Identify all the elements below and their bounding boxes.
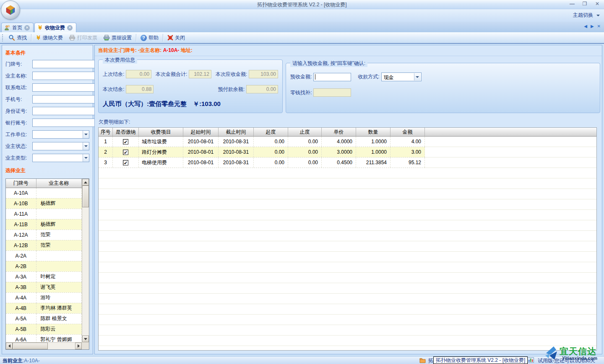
print-invoice-button[interactable]: 打印发票 — [66, 33, 100, 43]
start-date-cell: 2010-08-01 — [183, 147, 219, 157]
filter-input[interactable] — [32, 95, 101, 103]
status-owner-label: 当前业主 — [3, 358, 23, 364]
arrears-row[interactable]: 3 ✔ 电梯使用费 2010-08-01 2010-08-31 0.00 0.0… — [99, 157, 425, 168]
scroll-up-icon[interactable] — [82, 179, 89, 186]
owner-name-cell — [36, 209, 82, 219]
arrears-row[interactable]: 1 ✔ 城市垃圾费 2010-08-01 2010-08-31 0.00 0.0… — [99, 137, 425, 147]
col-paid[interactable]: 是否缴纳 — [113, 128, 139, 136]
person-icon — [4, 25, 10, 31]
paid-cell: ✔ — [113, 147, 139, 157]
tab-list-close-icon[interactable]: ✕ — [597, 24, 601, 28]
col-price[interactable]: 单价 — [322, 128, 356, 136]
owner-row[interactable]: A-5A 陈群 植景文 — [6, 313, 82, 324]
filter-input[interactable] — [32, 60, 101, 68]
col-seq[interactable]: 序号 — [99, 128, 113, 136]
menu-item[interactable] — [83, 14, 95, 17]
owner-row[interactable]: A-10B 杨德辉 — [6, 198, 82, 209]
chevron-down-icon[interactable] — [83, 142, 89, 150]
owner-row[interactable]: A-2A — [6, 250, 82, 261]
owner-grid-hscrollbar[interactable] — [6, 342, 82, 349]
owner-row[interactable]: A-3A 叶树定 — [6, 271, 82, 282]
owner-row[interactable]: A-5B 陈彩云 — [6, 324, 82, 334]
col-amount[interactable]: 金额 — [391, 128, 425, 136]
toolbar-separator — [136, 34, 136, 41]
scroll-corner — [82, 342, 89, 349]
menu-item[interactable] — [71, 14, 83, 17]
menu-item[interactable] — [48, 14, 60, 17]
seq-cell: 3 — [99, 157, 113, 168]
col-start[interactable]: 起始时间 — [183, 128, 219, 136]
taskbar-item-text[interactable]: 拓 — [428, 357, 433, 364]
scroll-right-icon[interactable] — [75, 343, 82, 349]
owner-col-name[interactable]: 业主名称 — [36, 179, 82, 188]
owner-row[interactable]: A-10A — [6, 188, 82, 198]
owner-row[interactable]: A-11B 杨德辉 — [6, 219, 82, 230]
col-qty[interactable]: 数量 — [356, 128, 391, 136]
find-button[interactable]: 查找 — [5, 33, 30, 43]
filter-select[interactable] — [32, 154, 89, 162]
paid-checkbox[interactable]: ✔ — [123, 139, 128, 145]
owner-col-door[interactable]: 门牌号 — [6, 179, 36, 188]
paid-checkbox[interactable]: ✔ — [123, 160, 128, 165]
menu-item[interactable] — [60, 14, 71, 17]
tab-collect-fee[interactable]: ￥ 收物业费 ✕ — [34, 23, 76, 32]
ticket-settings-button[interactable]: 票据设置 — [100, 33, 135, 43]
trial-item-icon[interactable] — [527, 357, 534, 364]
col-from[interactable]: 起度 — [254, 128, 288, 136]
chevron-down-icon[interactable] — [414, 73, 421, 80]
col-to[interactable]: 止度 — [288, 128, 322, 136]
app-logo-orb[interactable] — [1, 0, 20, 20]
close-tab-button[interactable]: 关闭 — [164, 33, 188, 43]
owner-row[interactable]: A-3B 谢飞英 — [6, 282, 82, 292]
print-invoice-label: 打印发票 — [77, 34, 97, 41]
prepay-amount-input[interactable] — [313, 73, 351, 81]
chevron-down-icon[interactable] — [83, 154, 89, 162]
filter-select[interactable] — [32, 142, 89, 150]
tab-close-icon[interactable]: ✕ — [67, 25, 73, 31]
hscroll-thumb[interactable] — [13, 343, 48, 349]
status-bar: 当前业主:A-10A- 拓 拓扑物业收费管理系统 V2.2 - [收物业费] 试… — [0, 356, 604, 364]
owner-row[interactable]: A-4A 游玲 — [6, 292, 82, 303]
printer-icon — [69, 35, 76, 41]
tab-scroll-right-icon[interactable]: ▶ — [591, 24, 594, 28]
scroll-down-icon[interactable] — [82, 336, 89, 342]
paid-checkbox[interactable]: ✔ — [123, 150, 128, 155]
close-button[interactable]: ✕ — [594, 1, 601, 7]
owner-row[interactable]: A-12B 范荣 — [6, 240, 82, 250]
owner-grid-vscrollbar[interactable] — [82, 179, 89, 342]
tab-home[interactable]: 首页 ✕ — [1, 23, 34, 32]
filter-input[interactable] — [32, 119, 101, 127]
filter-field-row: 手机号: — [5, 95, 89, 103]
owner-door-cell: A-2A — [6, 250, 36, 261]
toolbar: 查找 ￥ 缴纳欠费 打印发票 票据设置 ? 帮 — [0, 32, 604, 44]
owner-row[interactable]: A-4B 李均林 潘群英 — [6, 303, 82, 313]
col-end[interactable]: 截止时间 — [219, 128, 254, 136]
theme-switch[interactable]: 主题切换 — [573, 12, 600, 19]
filter-input[interactable] — [32, 83, 101, 92]
vscroll-thumb[interactable] — [82, 186, 89, 207]
minimize-button[interactable]: — — [569, 1, 575, 7]
filter-select[interactable] — [32, 130, 89, 139]
pay-arrears-button[interactable]: ￥ 缴纳欠费 — [33, 33, 66, 43]
filter-input[interactable] — [32, 107, 101, 115]
col-item[interactable]: 收费项目 — [139, 128, 183, 136]
tab-close-icon[interactable]: ✕ — [24, 25, 30, 31]
maximize-button[interactable]: ❐ — [581, 1, 588, 7]
menu-item[interactable] — [24, 14, 36, 17]
taskbar-item-icon[interactable] — [419, 357, 426, 364]
owner-row[interactable]: A-6A 郭礼宁 曾媚媚 — [6, 334, 82, 342]
menu-item[interactable] — [36, 14, 48, 17]
start-date-cell: 2010-08-01 — [183, 137, 219, 147]
owner-row[interactable]: A-12A 范荣 — [6, 230, 82, 240]
ticket-settings-label: 票据设置 — [112, 34, 132, 41]
owner-row[interactable]: A-2B — [6, 261, 82, 271]
scroll-left-icon[interactable] — [6, 343, 13, 349]
tab-scroll-left-icon[interactable]: ◀ — [584, 24, 587, 28]
owner-row[interactable]: A-11A — [6, 209, 82, 219]
filter-input[interactable] — [32, 72, 101, 80]
chevron-down-icon[interactable] — [83, 131, 89, 138]
payment-method-select[interactable]: 现金 — [381, 72, 422, 81]
help-button[interactable]: ? 帮助 — [138, 33, 161, 43]
arrears-row[interactable]: 2 ✔ 路灯分摊费 2010-08-01 2010-08-31 0.00 0.0… — [99, 147, 425, 157]
prepay-title: 请输入预收金额, 按“回车键”确认: — [290, 60, 367, 67]
